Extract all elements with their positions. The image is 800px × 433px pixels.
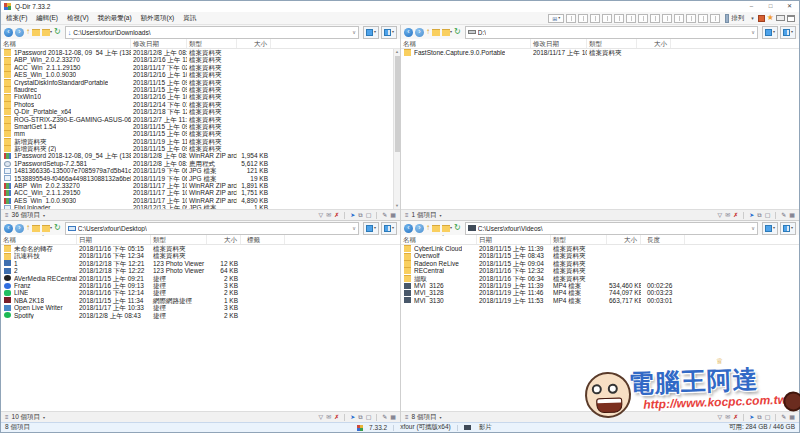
- layout-preset-button[interactable]: [590, 14, 600, 23]
- address-path[interactable]: C:\Users\xfour\Desktop\: [78, 225, 147, 232]
- address-path[interactable]: C:\Users\xfour\Videos\: [478, 225, 543, 232]
- file-row[interactable]: FlixUploader... 2018/12/13 上午 09... JPG …: [1, 204, 400, 209]
- column-header-type[interactable]: 類型: [587, 39, 637, 48]
- cursor-icon[interactable]: ➤: [350, 212, 355, 218]
- copy-icon[interactable]: ⧉: [757, 212, 761, 218]
- column-header-name[interactable]: ˆ名稱: [1, 39, 131, 48]
- file-row[interactable]: 訊連科技 2018/11/16 下午 12:34 檔案資料夾: [1, 252, 400, 259]
- file-row[interactable]: 新增資料夾 (2) 2018/11/15 上午 09... 檔案資料夾: [1, 145, 400, 152]
- refresh-button[interactable]: ↻: [454, 27, 461, 37]
- column-header-length[interactable]: 長度: [641, 235, 685, 244]
- envelope-icon[interactable]: ✉: [326, 212, 331, 218]
- quicklinks-button[interactable]: [432, 225, 440, 232]
- back-button[interactable]: ‹: [4, 224, 13, 233]
- envelope-icon[interactable]: ✉: [725, 414, 730, 420]
- file-row[interactable]: NBA 2K18 2018/11/15 上午 11:34 網際網路捷徑 1 KB: [1, 297, 400, 304]
- envelope-icon[interactable]: ✉: [326, 414, 331, 420]
- file-row[interactable]: 新增資料夾 2018/11/19 上午 11... 檔案資料夾: [1, 138, 400, 145]
- file-row[interactable]: 擷取 2018/11/16 下午 06:34 檔案資料夾: [401, 275, 799, 282]
- column-header-date[interactable]: 日期: [77, 235, 151, 244]
- item-count[interactable]: 10 個項目: [12, 413, 41, 422]
- column-header-size[interactable]: 大小: [207, 235, 241, 244]
- edit-pen-icon[interactable]: ✎: [382, 212, 387, 218]
- file-row[interactable]: 1538895549-f0466a449813088132a6be8a702f.…: [1, 175, 400, 182]
- pane-menu-icon[interactable]: ≡: [405, 414, 409, 420]
- file-row[interactable]: RECentral 2018/11/16 下午 12:32 檔案資料夾: [401, 267, 799, 274]
- column-header-size[interactable]: 大小: [607, 235, 641, 244]
- arrange-label[interactable]: 排列: [725, 14, 744, 23]
- file-row[interactable]: FastStone.Capture.9.0.Portable 2018/11/1…: [401, 49, 799, 56]
- maximize-button[interactable]: □: [761, 1, 780, 12]
- layout-preset-button[interactable]: [662, 14, 672, 23]
- file-row[interactable]: 1Password 2018-12-08, 09_54 上午 (138 item…: [1, 152, 400, 159]
- address-bar[interactable]: D:\ ∨: [465, 26, 758, 39]
- back-button[interactable]: ‹: [4, 28, 13, 37]
- menu-view[interactable]: 檢視(V): [67, 14, 89, 23]
- view-dropdown-button[interactable]: ▾: [363, 222, 379, 235]
- address-bar[interactable]: C:\Users\xfour\Videos\ ∨: [465, 222, 758, 235]
- folders-dropdown-button[interactable]: ▾: [442, 225, 452, 232]
- column-header-tags[interactable]: 標籤: [241, 235, 285, 244]
- file-row[interactable]: Q-Dir_Portable_x64 2018/12/18 下午 12... 檔…: [1, 108, 400, 115]
- file-row[interactable]: ACC_Win_2.1.1.29150 2018/11/17 下午 02... …: [1, 64, 400, 71]
- layout-preset-button[interactable]: [578, 14, 588, 23]
- file-row[interactable]: 1481366336-135007e7085979a7d5b41ce54c0..…: [1, 167, 400, 174]
- apps-icon[interactable]: [758, 15, 765, 22]
- filter-icon[interactable]: ▽: [319, 212, 324, 218]
- layout-preset-button[interactable]: [698, 14, 708, 23]
- refresh-button[interactable]: ↻: [54, 27, 61, 37]
- close-pane-icon[interactable]: ✗: [334, 212, 339, 218]
- quicklinks-button[interactable]: [32, 225, 40, 232]
- address-dropdown-icon[interactable]: ∨: [352, 29, 356, 35]
- close-pane-icon[interactable]: ✗: [733, 414, 738, 420]
- menu-file[interactable]: 檔案(F): [6, 14, 27, 23]
- layout-preset-button[interactable]: [566, 14, 576, 23]
- column-header-date[interactable]: 修改日期: [131, 39, 187, 48]
- menu-extras[interactable]: 額外選項(x): [141, 14, 175, 23]
- file-row[interactable]: Franz 2018/11/16 上午 09:13 捷徑 3 KB: [1, 282, 400, 289]
- menu-edit[interactable]: 編輯(E): [36, 14, 58, 23]
- address-path[interactable]: D:\: [478, 29, 486, 36]
- scroll-thumb[interactable]: [395, 56, 400, 152]
- back-button[interactable]: ‹: [404, 224, 413, 233]
- edit-pen-icon[interactable]: ✎: [781, 414, 786, 420]
- up-button[interactable]: ↑: [426, 27, 430, 37]
- minimize-button[interactable]: –: [742, 1, 761, 12]
- layout-preset-button[interactable]: [650, 14, 660, 23]
- column-header-date[interactable]: 修改日期: [531, 39, 587, 48]
- file-row[interactable]: Open Live Writer 2018/11/17 上午 10:33 捷徑 …: [1, 304, 400, 311]
- column-header-type[interactable]: 類型: [551, 235, 607, 244]
- file-row[interactable]: ROG-STRIX-Z390-E-GAMING-ASUS-0602 2018/1…: [1, 116, 400, 123]
- copy-icon[interactable]: ⧉: [358, 414, 362, 420]
- forward-button[interactable]: ›: [15, 224, 24, 233]
- box-icon[interactable]: ▢: [765, 212, 771, 218]
- pane-menu-icon[interactable]: ≡: [405, 212, 409, 218]
- file-row[interactable]: ABP_Win_2.0.2.33270 2018/11/17 上午 10... …: [1, 182, 400, 189]
- filter-icon[interactable]: ▽: [718, 212, 723, 218]
- box-icon[interactable]: ▢: [366, 414, 372, 420]
- address-dropdown-icon[interactable]: ∨: [751, 225, 755, 231]
- column-header-type[interactable]: 類型: [187, 39, 237, 48]
- folders-dropdown-button[interactable]: ▾: [442, 29, 452, 36]
- item-count[interactable]: 1 個項目: [412, 211, 437, 220]
- cursor-icon[interactable]: ➤: [749, 414, 754, 420]
- file-row[interactable]: SmartGet 1.54 2018/11/15 上午 09... 檔案資料夾: [1, 123, 400, 130]
- box-icon[interactable]: ▢: [765, 414, 771, 420]
- scrollbar[interactable]: ▲▼: [393, 49, 400, 209]
- column-header-name[interactable]: ˆ名稱: [1, 235, 77, 244]
- toolbar-caret-icon[interactable]: ▾: [751, 15, 754, 21]
- file-row[interactable]: Photos 2018/12/14 下午 01... 檔案資料夾: [1, 101, 400, 108]
- file-row[interactable]: LINE 2018/11/16 下午 12:14 捷徑 2 KB: [1, 289, 400, 296]
- envelope-icon[interactable]: ✉: [725, 212, 730, 218]
- column-header-name[interactable]: ˆ名稱: [401, 39, 531, 48]
- up-button[interactable]: ↑: [26, 223, 30, 233]
- panes-menu-button[interactable]: ⊞▾: [548, 14, 564, 23]
- file-row[interactable]: AES_Win_1.0.0.9030 2018/12/16 上午 10... 檔…: [1, 71, 400, 78]
- quicklinks-button[interactable]: [32, 29, 40, 36]
- edit-pen-icon[interactable]: ✎: [382, 414, 387, 420]
- folders-dropdown-button[interactable]: ▾: [42, 225, 52, 232]
- box-icon[interactable]: ▢: [366, 212, 372, 218]
- file-row[interactable]: CrystalDiskInfoStandardPortable 2018/11/…: [1, 79, 400, 86]
- favorites-star-icon[interactable]: ★: [767, 14, 774, 22]
- screen-icon[interactable]: [776, 15, 785, 21]
